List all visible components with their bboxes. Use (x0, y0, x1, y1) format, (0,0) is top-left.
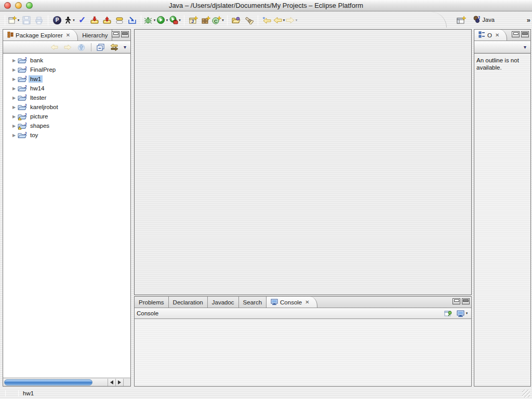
dropdown-caret-icon[interactable]: ▾ (221, 18, 224, 22)
svg-text:J: J (24, 131, 26, 136)
tab-search[interactable]: Search (239, 297, 267, 308)
view-forward-button[interactable] (62, 41, 74, 54)
disclosure-triangle-icon[interactable]: ▶ (10, 114, 18, 119)
outline-toolbar: ▾ (474, 41, 530, 54)
disclosure-triangle-icon[interactable]: ▶ (10, 124, 18, 128)
view-back-button[interactable] (48, 41, 61, 54)
tree-item-shapes[interactable]: ▶ J shapes (3, 121, 130, 130)
tree-item-toy[interactable]: ▶ J toy (3, 130, 130, 140)
export-tray-button[interactable] (101, 14, 113, 26)
status-bar: hw1 (0, 388, 532, 399)
tab-javadoc[interactable]: Javadoc (208, 297, 239, 308)
stack-button[interactable] (113, 14, 126, 26)
view-toolbar-separator (91, 43, 91, 51)
tree-item-ltester[interactable]: ▶ J ltester (3, 93, 130, 102)
minimize-view-button[interactable] (512, 31, 520, 37)
close-tab-icon[interactable]: ✕ (66, 32, 70, 38)
maximize-view-button[interactable] (462, 298, 470, 304)
tab-declaration[interactable]: Declaration (169, 297, 208, 308)
maximize-view-button[interactable] (121, 31, 129, 37)
open-type-button[interactable] (230, 14, 243, 26)
back-arrow-icon (273, 17, 282, 24)
package-explorer-icon (7, 32, 14, 39)
tree-item-hw14[interactable]: ▶ J hw14 (3, 84, 130, 93)
java-project-folder-icon: J (18, 94, 28, 102)
disclosure-triangle-icon[interactable]: ▶ (10, 96, 18, 100)
disclosure-triangle-icon[interactable]: ▶ (10, 105, 18, 110)
new-class-button[interactable]: C ▾ (212, 14, 224, 26)
dropdown-caret-icon[interactable]: ▾ (72, 18, 76, 22)
close-tab-icon[interactable]: ✕ (305, 299, 309, 305)
import-arrow-icon (90, 16, 99, 24)
disclosure-triangle-icon[interactable]: ▶ (10, 86, 18, 91)
tree-item-label: kareljrobot (29, 103, 60, 111)
pin-console-button[interactable] (442, 307, 455, 320)
tree-item-finalprep[interactable]: ▶ J FinalPrep (3, 65, 130, 74)
dropdown-caret-icon[interactable]: ▾ (282, 18, 286, 22)
run-button[interactable]: ▾ (156, 14, 169, 26)
open-console-icon (457, 310, 464, 317)
tab-hierarchy[interactable]: Hierarchy (78, 30, 112, 41)
dropdown-caret-icon[interactable]: ▾ (17, 18, 20, 22)
window-resize-grip[interactable] (522, 390, 530, 397)
view-menu-button[interactable]: ▾ (122, 44, 128, 50)
dropdown-caret-icon[interactable]: ▾ (178, 18, 181, 22)
tree-item-picture[interactable]: ▶ J picture (3, 112, 130, 121)
maximize-view-button[interactable] (521, 31, 529, 37)
svg-text:J: J (24, 122, 26, 126)
minimize-view-button[interactable] (112, 31, 119, 37)
search-button[interactable] (243, 14, 255, 26)
disclosure-triangle-icon[interactable]: ▶ (10, 77, 18, 82)
tree-item-bank[interactable]: ▶ J bank (3, 56, 130, 65)
plugin-p-button[interactable]: P (51, 14, 63, 26)
zoom-window-button[interactable] (26, 2, 33, 9)
view-menu-button[interactable]: ▾ (522, 44, 528, 50)
disclosure-triangle-icon[interactable]: ▶ (10, 58, 18, 63)
run-robot-button[interactable]: ▾ (63, 14, 76, 26)
back-button[interactable]: ▾ (273, 14, 286, 26)
minimize-window-button[interactable] (15, 2, 22, 9)
view-up-button[interactable] (75, 41, 88, 54)
dropdown-caret-icon[interactable]: ▾ (153, 18, 156, 22)
disclosure-triangle-icon[interactable]: ▶ (10, 68, 18, 72)
java-perspective-button[interactable]: J Java (471, 14, 497, 25)
toolbar-overflow-chevron[interactable]: » (527, 16, 530, 24)
print-button[interactable] (33, 14, 45, 26)
close-tab-icon[interactable]: ✕ (495, 32, 499, 38)
new-java-package-button[interactable] (200, 14, 212, 26)
open-type-icon (232, 16, 241, 24)
tab-console[interactable]: Console ✕ (267, 297, 317, 308)
tab-outline[interactable]: O ✕ (474, 30, 507, 41)
new-java-project-button[interactable]: J (187, 14, 200, 26)
dropdown-caret-icon[interactable]: ▾ (295, 18, 298, 22)
scroll-right-button[interactable] (115, 379, 123, 386)
scrollbar-corner (123, 379, 130, 386)
check-button[interactable]: ✓ (76, 14, 88, 26)
tab-package-explorer[interactable]: Package Explorer ✕ (3, 30, 78, 41)
into-box-button[interactable] (126, 14, 138, 26)
horizontal-scrollbar[interactable] (3, 378, 130, 386)
open-console-button[interactable]: ▾ (457, 307, 469, 320)
dropdown-caret-icon[interactable]: ▾ (165, 18, 169, 22)
minimize-view-button[interactable] (453, 298, 460, 304)
svg-text:J: J (477, 15, 480, 20)
dropdown-caret-icon[interactable]: ▾ (464, 311, 469, 315)
save-button[interactable] (20, 14, 33, 26)
tree-item-kareljrobot[interactable]: ▶ J kareljrobot (3, 102, 130, 112)
close-window-button[interactable] (4, 2, 11, 9)
open-perspective-button[interactable] (455, 14, 468, 26)
new-wizard-button[interactable]: ▾ (8, 14, 20, 26)
import-tray-button[interactable] (88, 14, 101, 26)
tab-problems[interactable]: Problems (135, 297, 169, 308)
scroll-left-button[interactable] (108, 379, 115, 386)
window-controls (4, 2, 33, 9)
collapse-all-button[interactable] (95, 41, 107, 54)
scrollbar-thumb[interactable] (4, 379, 92, 385)
forward-button[interactable]: ▾ (286, 14, 298, 26)
link-with-editor-button[interactable] (108, 41, 121, 54)
disclosure-triangle-icon[interactable]: ▶ (10, 133, 18, 138)
tree-item-hw1[interactable]: ▶ J hw1 (3, 74, 130, 84)
last-edit-location-button[interactable] (261, 14, 273, 26)
debug-button[interactable]: ▾ (144, 14, 156, 26)
run-external-tools-button[interactable]: ▾ (169, 14, 181, 26)
